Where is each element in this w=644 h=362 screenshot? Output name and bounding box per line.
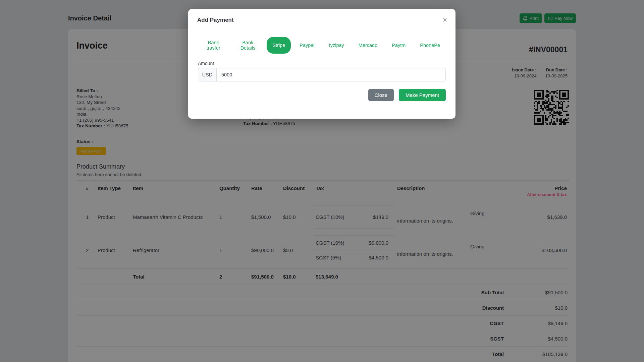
tab-phonepe[interactable]: PhonePe [414,37,446,54]
currency-prefix: USD [198,68,217,81]
tab-bank-transfer[interactable]: Bank trasfer [198,37,229,54]
amount-input[interactable] [217,68,446,81]
payment-method-tabs: Bank trasfer Bank Details Stripe Paypal … [198,37,446,54]
amount-label: Amount [198,61,446,66]
modal-close-button[interactable]: Close [368,89,394,101]
close-icon[interactable]: ✕ [442,16,447,24]
tab-bank-details[interactable]: Bank Details [232,37,264,54]
tab-stripe[interactable]: Stripe [267,37,291,54]
make-payment-button[interactable]: Make Payment [399,89,446,101]
tab-iyzipay[interactable]: Iyzipay [323,37,350,54]
tab-paypal[interactable]: Paypal [294,37,320,54]
add-payment-modal: Add Payment ✕ Bank trasfer Bank Details … [188,9,455,119]
tab-mercado[interactable]: Mercado [353,37,383,54]
amount-input-group: USD [198,68,446,81]
modal-title: Add Payment [197,17,234,23]
tab-paytm[interactable]: Paytm [386,37,411,54]
